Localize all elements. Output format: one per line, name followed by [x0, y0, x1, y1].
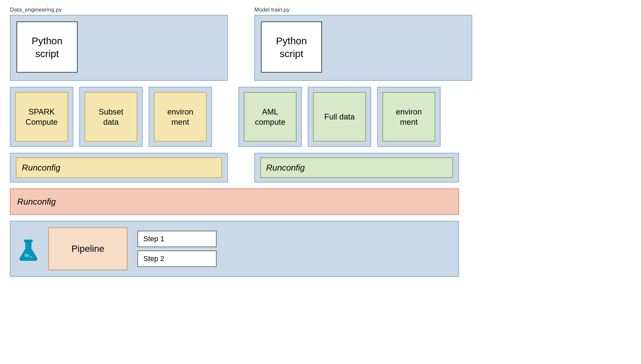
right-python-script-text: Python script — [276, 34, 307, 60]
aml-compute-inner: AML compute — [244, 92, 297, 142]
data-engineering-label: Data_engineering.py — [10, 7, 228, 13]
left-environment-inner: environ ment — [154, 92, 207, 142]
model-train-label: Model train.py — [254, 7, 472, 13]
right-environment-inner: environ ment — [382, 92, 435, 142]
step-2-label: Step 2 — [143, 254, 164, 263]
left-python-script-text: Python script — [32, 34, 62, 60]
full-runconfig-row: Runconfig — [10, 188, 631, 215]
main-layout: Data_engineering.py Python script Model … — [10, 7, 631, 277]
full-runconfig-text: Runconfig — [17, 197, 56, 207]
step-1-box: Step 1 — [137, 231, 217, 247]
left-runconfig-text: Runconfig — [22, 163, 60, 173]
scripts-row: Data_engineering.py Python script Model … — [10, 7, 631, 81]
data-engineering-section: Data_engineering.py Python script — [10, 7, 228, 81]
svg-point-1 — [24, 254, 29, 257]
left-runconfig-panel: Runconfig — [10, 153, 228, 182]
subset-data-panel: Subset data — [79, 87, 143, 147]
right-script-panel: Python script — [254, 15, 472, 81]
aml-compute-panel: AML compute — [238, 87, 302, 147]
full-runconfig-panel: Runconfig — [10, 188, 459, 215]
model-train-section: Model train.py Python script — [254, 7, 472, 81]
pipeline-box: Pipeline — [48, 227, 127, 270]
compute-row: SPARK Compute Subset data environ ment A… — [10, 87, 631, 147]
spark-compute-panel: SPARK Compute — [10, 87, 73, 147]
right-python-script-box: Python script — [261, 21, 322, 73]
full-data-inner: Full data — [313, 92, 366, 142]
left-runconfig-inner: Runconfig — [16, 157, 222, 178]
right-environment-panel: environ ment — [377, 87, 441, 147]
left-python-script-box: Python script — [17, 21, 78, 73]
azure-icon — [18, 239, 38, 259]
right-runconfig-inner: Runconfig — [260, 157, 453, 178]
step-2-box: Step 2 — [137, 250, 217, 267]
left-compute-group: SPARK Compute Subset data environ ment — [10, 87, 212, 147]
step-1-label: Step 1 — [143, 235, 164, 243]
right-runconfig-text: Runconfig — [266, 163, 305, 173]
pipeline-row: Pipeline Step 1 Step 2 — [10, 221, 459, 277]
full-data-panel: Full data — [308, 87, 371, 147]
svg-rect-0 — [24, 240, 32, 242]
svg-point-2 — [30, 256, 32, 258]
right-compute-group: AML compute Full data environ ment — [238, 87, 441, 147]
spark-compute-inner: SPARK Compute — [15, 92, 68, 142]
left-script-panel: Python script — [10, 15, 228, 81]
subset-data-inner: Subset data — [85, 92, 137, 142]
runconfigs-row: Runconfig Runconfig — [10, 153, 631, 182]
pipeline-label: Pipeline — [71, 244, 104, 254]
right-runconfig-panel: Runconfig — [254, 153, 459, 182]
left-environment-panel: environ ment — [149, 87, 212, 147]
steps-container: Step 1 Step 2 — [137, 231, 217, 267]
